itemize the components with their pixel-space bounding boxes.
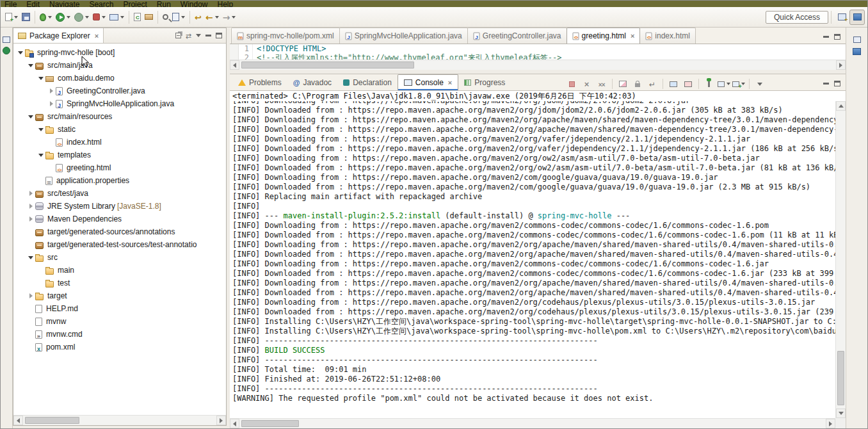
tree-item[interactable]: Maven Dependencies xyxy=(13,213,226,225)
editor-tab-spring-mvc-holle-pom-xml[interactable]: spring-mvc-holle/pom.xml xyxy=(231,28,340,44)
tree-item[interactable]: HELP.md xyxy=(13,302,226,315)
new-class-button[interactable] xyxy=(132,10,143,25)
menu-help[interactable]: Help xyxy=(218,1,234,7)
maximize-icon[interactable] xyxy=(834,34,840,40)
tree-item[interactable]: src/main/java xyxy=(13,59,226,72)
close-icon[interactable]: × xyxy=(631,32,634,40)
scroll-right-icon[interactable] xyxy=(836,60,846,70)
pin-console-button[interactable] xyxy=(703,77,716,90)
minimized-outline-icon[interactable] xyxy=(853,48,861,55)
minimized-view-icon[interactable] xyxy=(3,47,10,54)
scroll-left-icon[interactable] xyxy=(230,60,239,70)
tree-item[interactable]: mvnw.cmd xyxy=(13,328,226,341)
menu-file[interactable]: File xyxy=(4,1,17,7)
editor-hscrollbar[interactable] xyxy=(230,60,846,70)
editor-tab-greetingcontroller-java[interactable]: GreetingController.java xyxy=(467,28,567,44)
menu-project[interactable]: Project xyxy=(123,1,147,7)
tree-item[interactable]: target xyxy=(13,289,226,302)
expanded-arrow-icon[interactable] xyxy=(38,128,44,131)
tree-item[interactable]: application.properties xyxy=(13,174,226,187)
editor-tab-index-html[interactable]: index.html xyxy=(639,28,696,44)
tree-item[interactable]: JRE System Library[JavaSE-1.8] xyxy=(13,200,226,213)
collapsed-arrow-icon[interactable] xyxy=(28,191,34,196)
open-task-button[interactable] xyxy=(170,10,187,25)
forward-button[interactable] xyxy=(221,10,238,25)
last-edit-button[interactable] xyxy=(193,10,204,25)
menu-edit[interactable]: Edit xyxy=(26,1,40,7)
collapsed-arrow-icon[interactable] xyxy=(48,88,54,93)
clear-console-button[interactable] xyxy=(616,77,629,90)
show-stdout-button[interactable] xyxy=(667,77,680,90)
scrollbar-thumb[interactable] xyxy=(241,420,299,427)
editor-tab-springmvcholleapplication-java[interactable]: SpringMvcHolleApplication.java xyxy=(339,28,468,44)
tab-declaration[interactable]: Declaration xyxy=(337,74,398,90)
debug-button[interactable] xyxy=(38,10,54,25)
tree-item[interactable]: templates xyxy=(13,149,226,161)
remove-all-launches-button[interactable] xyxy=(595,77,608,90)
editor-tab-greeting-html[interactable]: greeting.html× xyxy=(567,28,641,44)
tree-item[interactable]: pom.xml xyxy=(13,341,226,353)
collapsed-arrow-icon[interactable] xyxy=(48,101,54,106)
show-stderr-button[interactable] xyxy=(682,77,695,90)
menu-navigate[interactable]: Navigate xyxy=(49,1,79,7)
tree-item[interactable]: src/main/resources xyxy=(13,110,226,123)
tab-progress[interactable]: Progress xyxy=(458,74,511,90)
tree-item[interactable]: spring-mvc-holle [boot] xyxy=(13,46,226,59)
search-button[interactable] xyxy=(161,10,170,25)
quick-access-button[interactable]: Quick Access xyxy=(766,11,828,24)
collapsed-arrow-icon[interactable] xyxy=(28,216,34,222)
collapse-all-icon[interactable] xyxy=(175,33,181,38)
tree-item[interactable]: greeting.html xyxy=(13,161,226,174)
maximize-icon[interactable] xyxy=(834,81,840,86)
menu-run[interactable]: Run xyxy=(157,1,171,7)
new-button[interactable] xyxy=(3,10,20,25)
code-area[interactable]: <!DOCTYPE HTML><!--引入属性xmlns:th="http://… xyxy=(253,44,846,60)
console-vscrollbar[interactable] xyxy=(835,101,846,418)
link-with-editor-icon[interactable] xyxy=(186,31,191,40)
tree-item[interactable]: src xyxy=(13,251,226,264)
tree-item[interactable]: main xyxy=(13,264,226,277)
run-button[interactable] xyxy=(54,10,72,25)
tree-item[interactable]: test xyxy=(13,277,226,289)
save-button[interactable] xyxy=(20,10,32,25)
restore-view-icon[interactable] xyxy=(853,36,861,43)
minimize-icon[interactable] xyxy=(823,36,829,38)
menu-search[interactable]: Search xyxy=(89,1,113,7)
open-console-button[interactable] xyxy=(732,77,745,90)
scroll-left-icon[interactable] xyxy=(230,419,239,428)
run-server-button[interactable] xyxy=(108,10,126,25)
minimize-icon[interactable] xyxy=(205,35,211,36)
tab-javadoc[interactable]: Javadoc xyxy=(287,74,337,90)
minimize-icon[interactable] xyxy=(823,83,829,85)
close-icon[interactable]: × xyxy=(448,79,452,86)
tree-item[interactable]: static xyxy=(13,123,226,136)
expanded-arrow-icon[interactable] xyxy=(17,51,24,54)
tree-item[interactable]: SpringMvcHolleApplication.java xyxy=(13,97,226,110)
back-button[interactable] xyxy=(204,10,221,25)
tab-console[interactable]: Console× xyxy=(398,74,458,90)
package-explorer-hscrollbar[interactable] xyxy=(13,415,226,425)
scroll-right-icon[interactable] xyxy=(826,419,835,428)
stop-button[interactable] xyxy=(91,10,108,25)
scrollbar-thumb[interactable] xyxy=(837,351,844,405)
new-package-button[interactable] xyxy=(143,10,155,25)
scroll-up-icon[interactable] xyxy=(836,101,846,111)
javaee-perspective-button[interactable] xyxy=(849,10,865,25)
expanded-arrow-icon[interactable] xyxy=(28,256,34,259)
remove-launch-button[interactable] xyxy=(581,77,593,90)
tree-item[interactable]: src/test/java xyxy=(13,187,226,200)
expanded-arrow-icon[interactable] xyxy=(28,64,34,67)
menu-window[interactable]: Window xyxy=(181,1,208,7)
open-perspective-button[interactable] xyxy=(834,10,849,25)
run-external-button[interactable] xyxy=(72,10,91,25)
tree-item[interactable]: index.html xyxy=(13,136,226,149)
display-console-button[interactable] xyxy=(718,77,730,90)
scroll-right-icon[interactable] xyxy=(216,416,226,425)
close-icon[interactable]: × xyxy=(95,32,99,40)
scrollbar-thumb[interactable] xyxy=(241,61,414,69)
view-menu-icon[interactable] xyxy=(196,34,201,37)
tree-item[interactable]: GreetingController.java xyxy=(13,85,226,97)
scrollbar-thumb[interactable] xyxy=(25,417,79,424)
scroll-left-icon[interactable] xyxy=(13,416,23,425)
view-menu-button[interactable] xyxy=(753,77,766,90)
